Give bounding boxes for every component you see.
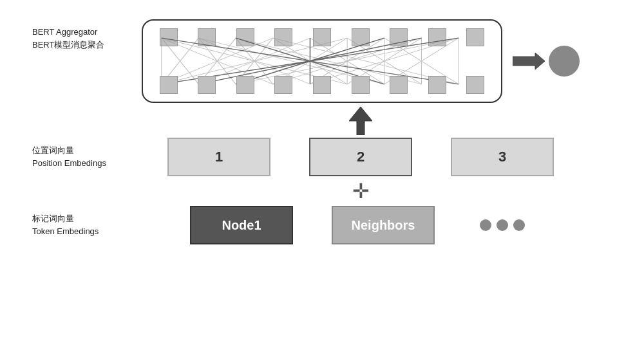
plus-icon: ✛	[352, 179, 370, 203]
token-dots	[473, 219, 531, 231]
token-label: 标记词向量 Token Embedings	[32, 212, 99, 237]
bert-node-bot-1	[160, 76, 178, 94]
plus-section: ✛	[352, 179, 370, 203]
svg-marker-41	[513, 53, 545, 69]
bert-node-bot-3	[236, 76, 254, 94]
token-boxes: Node1 Neighbors	[190, 206, 531, 244]
right-arrow-icon	[513, 51, 545, 71]
bert-node-bot-6	[352, 76, 370, 94]
bert-node-bot-2	[198, 76, 216, 94]
bert-box	[142, 19, 502, 103]
output-node-circle	[549, 46, 580, 77]
position-boxes: 1 2 3	[167, 138, 554, 176]
bert-node-bot-9	[466, 76, 484, 94]
bert-node-bot-4	[274, 76, 292, 94]
position-box-2: 2	[309, 138, 412, 176]
bert-node-bot-7	[390, 76, 408, 94]
dot-2	[497, 219, 508, 231]
output-arrow-container	[513, 51, 545, 71]
bert-section: BERT Aggregator BERT模型消息聚合	[26, 19, 618, 103]
token-section: 标记词向量 Token Embedings Node1 Neighbors	[26, 206, 618, 244]
bert-node-bot-5	[313, 76, 331, 94]
bert-label: BERT Aggregator BERT模型消息聚合	[32, 26, 104, 51]
token-node1-box: Node1	[190, 206, 293, 244]
svg-marker-42	[349, 107, 372, 135]
bert-nodes-bottom	[149, 76, 495, 94]
bert-node-bot-8	[428, 76, 446, 94]
position-label: 位置词向量 Position Embedings	[32, 144, 106, 169]
token-neighbors-box: Neighbors	[332, 206, 435, 244]
up-arrow-icon	[349, 107, 372, 135]
dot-3	[513, 219, 525, 231]
position-box-3: 3	[451, 138, 554, 176]
position-box-1: 1	[167, 138, 270, 176]
up-arrow-section	[349, 107, 372, 135]
position-section: 位置词向量 Position Embedings 1 2 3	[26, 138, 618, 176]
dot-1	[480, 219, 491, 231]
diagram-container: BERT Aggregator BERT模型消息聚合	[0, 0, 644, 348]
